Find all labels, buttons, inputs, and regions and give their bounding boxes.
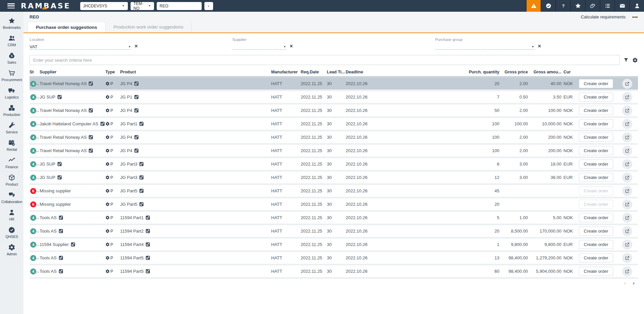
filter-field[interactable]: ▼: [435, 43, 534, 50]
supplier-external-link-icon[interactable]: [59, 269, 63, 273]
create-order-button[interactable]: Create order: [579, 213, 613, 222]
topbar-icon-button[interactable]: [555, 0, 570, 12]
col-header-product[interactable]: Product: [120, 70, 271, 74]
sidebar-item[interactable]: CRM: [0, 32, 23, 50]
table-row[interactable]: 4 .. Travel Retail Norway AS P JG P4: [30, 105, 638, 118]
open-record-button[interactable]: [622, 240, 632, 250]
col-header-lead-time[interactable]: Lead Ti...: [327, 70, 346, 74]
col-header-supplier[interactable]: Supplier: [40, 70, 105, 74]
create-order-button[interactable]: Create order: [579, 240, 613, 249]
create-order-button[interactable]: Create order: [579, 119, 613, 128]
supplier-external-link-icon[interactable]: [100, 122, 105, 126]
product-external-link-icon[interactable]: [146, 229, 150, 233]
table-row[interactable]: 4 .. Travel Retail Norway AS P JG P4: [30, 145, 638, 158]
create-order-button[interactable]: Create order: [579, 186, 613, 195]
sidebar-item[interactable]: Collaboration: [0, 189, 23, 206]
supplier-external-link-icon[interactable]: [57, 175, 62, 180]
table-row[interactable]: 4 .. Travel Retail Norway AS P JG P4: [30, 131, 638, 145]
topbar-icon-button[interactable]: [541, 0, 555, 12]
sidebar-item[interactable]: Bookmarks: [0, 15, 23, 32]
open-record-button[interactable]: [622, 173, 632, 183]
open-record-button[interactable]: [622, 132, 632, 142]
open-record-button[interactable]: [622, 146, 632, 156]
supplier-external-link-icon[interactable]: [57, 162, 62, 166]
global-search-input[interactable]: [157, 2, 202, 10]
open-record-button[interactable]: [622, 226, 632, 236]
clear-filter-icon[interactable]: ×: [135, 44, 138, 49]
filter-field[interactable]: VAT ▼: [30, 43, 131, 50]
create-order-button[interactable]: Create order: [579, 79, 613, 88]
product-external-link-icon[interactable]: [134, 135, 139, 139]
tab[interactable]: Purchase order suggestions: [28, 22, 105, 33]
create-order-button[interactable]: Create order: [579, 160, 613, 169]
col-header-deadline[interactable]: Deadline: [346, 70, 463, 74]
table-row[interactable]: 4 .. Travel Retail Norway AS P JG P4: [30, 78, 638, 91]
clear-filter-icon[interactable]: ×: [290, 44, 293, 49]
product-external-link-icon[interactable]: [139, 175, 144, 180]
table-row[interactable]: 4 .. Tools AS P 11594 Part2: [30, 225, 638, 239]
open-record-button[interactable]: [622, 79, 632, 89]
col-header-manufacturer[interactable]: Manufacturer: [271, 70, 301, 74]
product-external-link-icon[interactable]: [134, 81, 139, 86]
supplier-external-link-icon[interactable]: [89, 148, 93, 153]
sidebar-item[interactable]: QHSES: [0, 224, 23, 241]
supplier-external-link-icon[interactable]: [59, 215, 63, 220]
table-row[interactable]: 4 .. 11594 Supplier P 11594 Part4: [30, 239, 638, 252]
col-header-req-date[interactable]: Req.Date: [301, 70, 327, 74]
sidebar-item[interactable]: Procurement: [0, 67, 23, 84]
sidebar-item[interactable]: Service: [0, 119, 23, 137]
supplier-external-link-icon[interactable]: [89, 81, 93, 86]
topbar-icon-button[interactable]: [526, 0, 541, 12]
hamburger-menu-icon[interactable]: [7, 3, 15, 8]
table-row[interactable]: 4 .. Tools AS P 11594 Part5: [30, 252, 638, 265]
product-external-link-icon[interactable]: [134, 108, 139, 113]
topbar-icon-button[interactable]: [629, 0, 644, 12]
product-external-link-icon[interactable]: [139, 202, 144, 206]
product-external-link-icon[interactable]: [134, 148, 139, 153]
sidebar-item[interactable]: Admin: [0, 241, 23, 259]
prev-page-icon[interactable]: ‹: [624, 280, 626, 286]
col-header-purch-quantity[interactable]: Purch. quantity: [463, 70, 501, 74]
table-row[interactable]: 4 .. Tools AS P 11594 Part1: [30, 212, 638, 225]
topbar-icon-button[interactable]: [600, 0, 614, 12]
open-record-button[interactable]: [622, 106, 632, 116]
product-external-link-icon[interactable]: [139, 189, 144, 193]
table-row[interactable]: 4 .. JG SUP P JG Part3: [30, 172, 638, 185]
sidebar-item[interactable]: Sales: [0, 50, 23, 67]
create-order-button[interactable]: Create order: [579, 92, 613, 102]
open-record-button[interactable]: [622, 159, 632, 169]
create-order-button[interactable]: Create order: [579, 227, 613, 236]
system-select[interactable]: JHCDEVSYS▼: [80, 2, 128, 10]
product-external-link-icon[interactable]: [139, 122, 144, 126]
product-external-link-icon[interactable]: [146, 215, 150, 220]
open-record-button[interactable]: [622, 119, 632, 129]
open-record-button[interactable]: [622, 199, 632, 209]
col-header-gross-amount[interactable]: Gross amou...: [530, 70, 563, 74]
product-external-link-icon[interactable]: [134, 95, 139, 99]
clear-filter-icon[interactable]: ×: [538, 44, 541, 49]
col-header-cur[interactable]: Cur: [563, 70, 579, 74]
create-order-button[interactable]: Create order: [579, 173, 613, 182]
open-record-button[interactable]: [622, 266, 632, 276]
more-options-icon[interactable]: •••: [632, 14, 638, 19]
sidebar-item[interactable]: Rental: [0, 137, 23, 154]
product-external-link-icon[interactable]: [139, 162, 144, 166]
product-external-link-icon[interactable]: [146, 242, 150, 247]
col-header-type[interactable]: Type: [105, 70, 120, 74]
search-input[interactable]: [30, 55, 620, 65]
filter-funnel-icon[interactable]: [623, 57, 629, 63]
col-header-gross-price[interactable]: Gross price: [501, 70, 530, 74]
open-record-button[interactable]: [622, 92, 632, 102]
sidebar-item[interactable]: Logistics: [0, 84, 23, 102]
supplier-external-link-icon[interactable]: [89, 135, 93, 139]
create-order-button[interactable]: Create order: [579, 106, 613, 115]
table-row[interactable]: 4 .. Jakob Hatteland Computer AS P J: [30, 118, 638, 131]
table-row[interactable]: 6 .. Missing supplier P JG Part5: [30, 185, 638, 198]
create-order-button[interactable]: Create order: [579, 146, 613, 155]
filter-field[interactable]: ▼: [232, 43, 286, 50]
open-record-button[interactable]: [622, 186, 632, 196]
open-record-button[interactable]: [622, 253, 632, 263]
create-order-button[interactable]: Create order: [579, 200, 613, 209]
sidebar-item[interactable]: Product: [0, 172, 23, 189]
tab[interactable]: Production work order suggestions: [105, 22, 192, 33]
